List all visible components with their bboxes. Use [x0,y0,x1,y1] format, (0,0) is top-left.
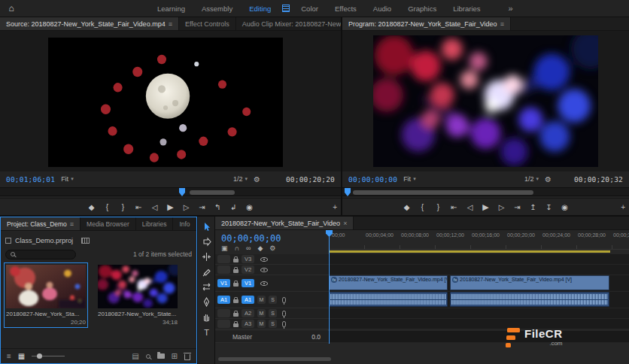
mark-in-button[interactable]: { [103,203,112,211]
play-button[interactable]: ▶ [482,202,491,212]
mute-button[interactable]: M [257,320,266,328]
new-item-button[interactable]: ⊞ [172,352,178,360]
source-patch[interactable] [217,255,230,263]
video-clip-1[interactable]: fx20180827-New_York_State_Fair_Video.mp4… [329,275,448,290]
source-scrubber[interactable] [0,187,341,196]
tab-sequence[interactable]: 20180827-New_York_State_Fair_Video × [215,217,354,229]
source-zoom-scrollbar[interactable] [190,190,235,195]
home-icon[interactable]: ⌂ [0,3,23,14]
tab-program[interactable]: Program: 20180827-New_York_State_Fair_Vi… [342,17,511,30]
timeline-horizontal-scrollbar[interactable] [218,357,331,361]
workspace-assembly[interactable]: Assembly [193,5,241,13]
tab-media-browser[interactable]: Media Browser [81,217,136,230]
tab-info[interactable]: Info [173,217,196,230]
ripple-edit-tool[interactable] [201,252,211,262]
source-playhead[interactable] [179,188,185,196]
extract-button[interactable]: ↧ [545,203,554,211]
lock-icon[interactable] [233,299,239,303]
delete-button[interactable] [184,354,190,360]
play-button[interactable]: ▶ [166,202,175,212]
track-target-v3[interactable]: V3 [242,255,254,263]
export-frame-button[interactable]: ◉ [245,203,254,211]
add-marker-button[interactable]: ◆ [87,203,96,211]
workspace-graphics[interactable]: Graphics [400,5,445,13]
insert-button[interactable]: ↰ [214,203,223,211]
track-target-a1[interactable]: A1 [242,296,254,304]
pen-tool[interactable] [201,297,211,307]
track-target-v1[interactable]: V1 [242,279,254,287]
voiceover-mic-icon[interactable] [282,311,286,317]
track-output-eye-icon[interactable] [260,268,268,272]
selection-tool[interactable] [201,222,211,232]
project-file-name[interactable]: Class_Demo.prproj [15,237,73,244]
audio-clip-2[interactable] [450,292,609,307]
timeline-settings-wrench-icon[interactable]: ⚙ [269,244,275,252]
list-view-button[interactable]: ≡ [7,352,11,360]
go-to-out-button[interactable]: ⇥ [198,203,207,211]
add-marker-button[interactable]: ◆ [403,203,412,211]
go-to-out-button[interactable]: ⇥ [513,203,522,211]
program-scrubber[interactable] [342,187,629,196]
work-area-bar[interactable] [329,250,610,253]
track-select-forward-tool[interactable] [201,237,211,247]
panel-menu-icon[interactable]: ≡ [500,20,504,28]
program-playhead[interactable] [345,188,351,196]
track-target-v2[interactable]: V2 [242,265,254,274]
tab-source[interactable]: Source: 20180827-New_York_State_Fair_Vid… [0,17,179,30]
source-position-timecode[interactable]: 00;01;06;01 [6,175,55,184]
close-icon[interactable]: × [343,220,347,227]
export-frame-button[interactable]: ◉ [561,203,570,211]
solo-button[interactable]: S [269,296,277,304]
workspace-overflow-icon[interactable]: » [509,4,513,13]
track-target-a2[interactable]: A2 [242,309,254,317]
mark-out-button[interactable]: } [119,203,128,211]
timeline-playhead[interactable] [329,230,330,344]
track-a3-lane[interactable] [329,319,629,329]
track-output-eye-icon[interactable] [260,281,268,286]
solo-button[interactable]: S [269,320,277,328]
lock-icon[interactable] [233,269,239,273]
workspace-editing[interactable]: Editing [241,5,279,13]
workspace-effects[interactable]: Effects [327,5,365,13]
button-editor-plus[interactable]: + [621,203,625,211]
program-resolution-dropdown[interactable]: 1/2▾ [524,175,539,183]
razor-tool[interactable] [201,267,211,277]
lock-icon[interactable] [233,259,239,262]
snap-magnet-icon[interactable]: ∩ [235,244,239,252]
settings-wrench-icon[interactable]: ⚙ [545,175,552,184]
track-v1-lane[interactable]: fx20180827-New_York_State_Fair_Video.mp4… [329,275,629,292]
timeline-timecode[interactable]: 00;00;00;00 [221,233,281,244]
tab-audio-clip-mixer[interactable]: Audio Clip Mixer: 20180827-New_York_Stat… [236,17,341,30]
tab-project[interactable]: Project: Class_Demo ≡ [1,217,81,230]
track-a2-lane[interactable] [329,308,629,319]
find-button[interactable] [146,354,150,359]
nest-toggle-icon[interactable]: ▣ [221,244,228,252]
lock-icon[interactable] [233,323,239,327]
mute-button[interactable]: M [257,296,266,304]
workspace-audio[interactable]: Audio [365,5,400,13]
program-zoom-scrollbar[interactable] [353,190,533,195]
step-back-button[interactable]: ◁ [466,203,475,211]
go-to-in-button[interactable]: ⇤ [450,203,459,211]
source-patch[interactable] [217,265,230,274]
lock-icon[interactable] [233,283,239,287]
timeline-ruler[interactable]: 00;00 00;00;04;00 00;00;08;00 00;00;12;0… [329,230,629,250]
video-clip-2[interactable]: fx20180827-New_York_State_Fair_Video.mp4… [450,275,609,290]
source-patch[interactable] [217,309,230,317]
source-resolution-dropdown[interactable]: 1/2▾ [233,175,248,183]
button-editor-plus[interactable]: + [333,203,337,211]
panel-menu-icon[interactable]: ≡ [169,20,172,28]
mute-button[interactable]: M [257,309,266,317]
tab-effect-controls[interactable]: Effect Controls [179,17,236,30]
lock-icon[interactable] [233,313,239,317]
tab-libraries[interactable]: Libraries [136,217,174,230]
overwrite-button[interactable]: ↲ [229,203,239,211]
linked-selection-icon[interactable]: ∞ [246,244,251,252]
voiceover-mic-icon[interactable] [282,321,286,327]
solo-button[interactable]: S [269,309,277,317]
audio-clip-1[interactable] [329,292,448,307]
voiceover-mic-icon[interactable] [282,297,286,303]
add-marker-icon[interactable]: ◆ [257,244,263,252]
step-forward-button[interactable]: ▷ [497,203,506,211]
panel-menu-icon[interactable]: ≡ [70,220,74,228]
